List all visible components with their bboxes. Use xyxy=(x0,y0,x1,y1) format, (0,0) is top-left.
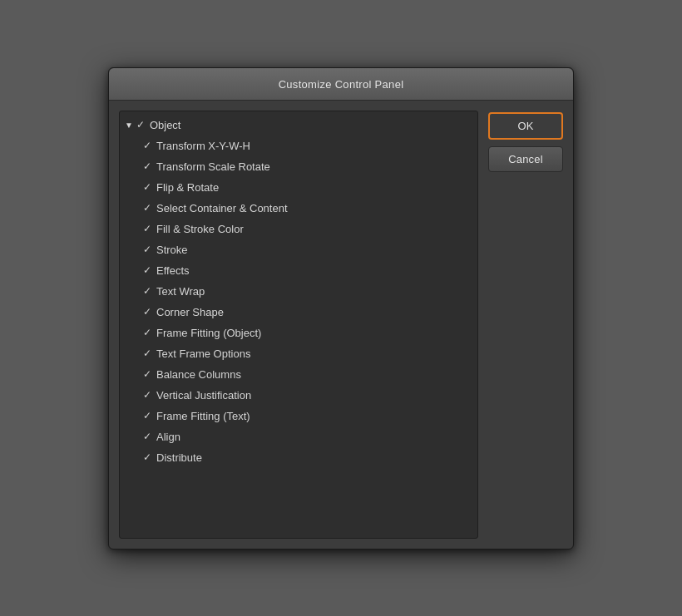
list-item-vertical-justification[interactable]: ✓Vertical Justification xyxy=(120,385,477,406)
check-icon: ✓ xyxy=(143,389,151,401)
list-item-distribute[interactable]: ✓Distribute xyxy=(120,447,477,468)
item-label: Balance Columns xyxy=(156,368,241,381)
items-scroll-area[interactable]: ▼✓Object✓Transform X-Y-W-H✓Transform Sca… xyxy=(120,111,477,538)
item-label: Transform X-Y-W-H xyxy=(156,140,250,152)
dialog-title: Customize Control Panel xyxy=(279,78,404,91)
list-item-transform-scale-rotate[interactable]: ✓Transform Scale Rotate xyxy=(120,156,477,177)
item-label: Text Frame Options xyxy=(156,347,250,360)
title-bar: Customize Control Panel xyxy=(109,68,573,101)
item-label: Distribute xyxy=(156,451,202,464)
list-item-align[interactable]: ✓Align xyxy=(120,426,477,447)
check-icon: ✓ xyxy=(143,181,151,193)
check-icon: ✓ xyxy=(143,306,151,318)
list-item-text-frame-options[interactable]: ✓Text Frame Options xyxy=(120,343,477,364)
item-label: Corner Shape xyxy=(156,306,224,318)
check-icon: ✓ xyxy=(143,327,151,338)
list-item-text-wrap[interactable]: ✓Text Wrap xyxy=(120,281,477,302)
check-icon: ✓ xyxy=(143,223,151,234)
item-label: Frame Fitting (Text) xyxy=(156,410,250,422)
check-icon: ✓ xyxy=(143,368,151,380)
item-label: Object xyxy=(150,119,181,131)
customize-control-panel-dialog: Customize Control Panel ▼✓Object✓Transfo… xyxy=(108,67,574,549)
check-icon: ✓ xyxy=(143,140,151,151)
item-label: Flip & Rotate xyxy=(156,181,219,194)
expand-icon: ▼ xyxy=(125,121,133,130)
item-label: Text Wrap xyxy=(156,285,205,298)
list-item-flip-rotate[interactable]: ✓Flip & Rotate xyxy=(120,177,477,198)
check-icon: ✓ xyxy=(143,410,151,421)
check-icon: ✓ xyxy=(136,119,145,131)
list-item-stroke[interactable]: ✓Stroke xyxy=(120,239,477,260)
list-item-fill-stroke-color[interactable]: ✓Fill & Stroke Color xyxy=(120,219,477,239)
ok-button[interactable]: OK xyxy=(488,112,563,140)
list-item-frame-fitting-text[interactable]: ✓Frame Fitting (Text) xyxy=(120,406,477,426)
item-label: Frame Fitting (Object) xyxy=(156,327,261,339)
cancel-button[interactable]: Cancel xyxy=(488,146,563,172)
list-item-select-container-content[interactable]: ✓Select Container & Content xyxy=(120,198,477,219)
list-item-balance-columns[interactable]: ✓Balance Columns xyxy=(120,364,477,385)
list-item-effects[interactable]: ✓Effects xyxy=(120,260,477,281)
item-label: Fill & Stroke Color xyxy=(156,223,244,235)
check-icon: ✓ xyxy=(143,160,151,172)
check-icon: ✓ xyxy=(143,285,151,297)
check-icon: ✓ xyxy=(143,347,151,359)
item-label: Select Container & Content xyxy=(156,202,288,214)
item-label: Transform Scale Rotate xyxy=(156,160,270,173)
check-icon: ✓ xyxy=(143,244,151,255)
check-icon: ✓ xyxy=(143,264,151,276)
item-label: Vertical Justification xyxy=(156,389,251,402)
list-item-frame-fitting-object[interactable]: ✓Frame Fitting (Object) xyxy=(120,323,477,343)
item-label: Stroke xyxy=(156,244,188,256)
item-label: Align xyxy=(156,431,180,443)
check-icon: ✓ xyxy=(143,202,151,214)
dialog-body: ▼✓Object✓Transform X-Y-W-H✓Transform Sca… xyxy=(109,101,573,549)
buttons-panel: OK Cancel xyxy=(488,111,563,539)
item-label: Effects xyxy=(156,264,190,277)
check-icon: ✓ xyxy=(143,451,151,463)
list-item-transform-xywh[interactable]: ✓Transform X-Y-W-H xyxy=(120,136,477,156)
list-item-corner-shape[interactable]: ✓Corner Shape xyxy=(120,302,477,323)
check-icon: ✓ xyxy=(143,431,151,442)
list-item-object[interactable]: ▼✓Object xyxy=(120,115,477,136)
items-list-container: ▼✓Object✓Transform X-Y-W-H✓Transform Sca… xyxy=(119,111,478,539)
